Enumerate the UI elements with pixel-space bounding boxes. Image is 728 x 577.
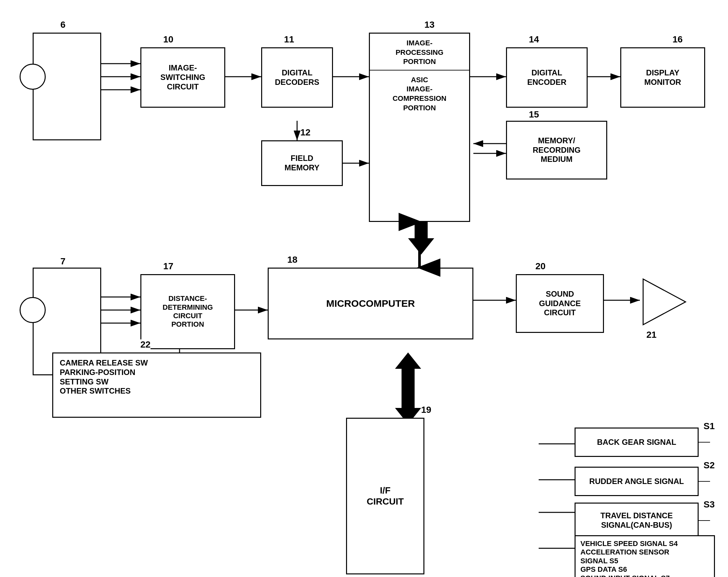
digital-encoder-block: DIGITAL ENCODER bbox=[506, 47, 588, 108]
field-memory-block: FIELD MEMORY bbox=[261, 140, 343, 186]
field-memory-label: FIELD MEMORY bbox=[284, 154, 319, 173]
travel-distance-block: TRAVEL DISTANCE SIGNAL(CAN-BUS) bbox=[575, 503, 699, 539]
label-s3: S3 bbox=[703, 499, 714, 510]
image-switching-circuit-block: IMAGE- SWITCHING CIRCUIT bbox=[140, 47, 225, 108]
if-circuit-block: I/F CIRCUIT bbox=[346, 418, 424, 574]
rudder-angle-label: RUDDER ANGLE SIGNAL bbox=[589, 477, 684, 486]
label-7: 7 bbox=[60, 256, 66, 267]
back-gear-label: BACK GEAR SIGNAL bbox=[597, 438, 676, 447]
sound-guidance-block: SOUND GUIDANCE CIRCUIT bbox=[516, 274, 604, 333]
if-circuit-label: I/F CIRCUIT bbox=[367, 485, 404, 507]
memory-recording-block: MEMORY/ RECORDING MEDIUM bbox=[506, 121, 607, 180]
svg-marker-17 bbox=[408, 238, 434, 255]
distance-determining-block: DISTANCE- DETERMINING CIRCUIT PORTION bbox=[140, 274, 235, 349]
label-11: 11 bbox=[284, 34, 294, 45]
label-22: 22 bbox=[140, 339, 151, 350]
camera-release-label: CAMERA RELEASE SW PARKING-POSITION SETTI… bbox=[60, 358, 148, 396]
label-17: 17 bbox=[163, 261, 173, 271]
label-13: 13 bbox=[424, 20, 435, 30]
label-16: 16 bbox=[673, 34, 683, 45]
image-processing-block: IMAGE-PROCESSINGPORTION ASICIMAGE-COMPRE… bbox=[369, 33, 470, 222]
label-s2: S2 bbox=[703, 460, 714, 471]
speaker-icon bbox=[640, 278, 689, 326]
distance-determining-label: DISTANCE- DETERMINING CIRCUIT PORTION bbox=[162, 294, 213, 329]
digital-decoders-block: DIGITAL DECODERS bbox=[261, 47, 333, 108]
memory-recording-label: MEMORY/ RECORDING MEDIUM bbox=[533, 136, 581, 164]
camera-release-block: CAMERA RELEASE SW PARKING-POSITION SETTI… bbox=[52, 352, 261, 418]
label-10: 10 bbox=[163, 34, 173, 45]
label-14: 14 bbox=[529, 34, 539, 45]
camera-6-lens bbox=[20, 63, 46, 90]
microcomputer-block: MICROCOMPUTER bbox=[268, 268, 473, 339]
diagram: 6 7 IMAGE- SWITCHING CIRCUIT 10 DIGITAL … bbox=[0, 0, 728, 577]
label-20: 20 bbox=[536, 261, 546, 271]
label-6: 6 bbox=[60, 20, 66, 30]
back-gear-block: BACK GEAR SIGNAL bbox=[575, 427, 699, 457]
camera-6-body bbox=[33, 33, 101, 140]
digital-encoder-label: DIGITAL ENCODER bbox=[527, 68, 566, 87]
camera-7-lens bbox=[20, 297, 46, 323]
label-12: 12 bbox=[300, 127, 310, 138]
label-15: 15 bbox=[529, 109, 539, 120]
label-18: 18 bbox=[287, 255, 297, 265]
label-s1: S1 bbox=[703, 421, 714, 431]
microcomputer-label: MICROCOMPUTER bbox=[326, 298, 415, 309]
svg-marker-32 bbox=[643, 279, 685, 325]
display-monitor-block: DISPLAY MONITOR bbox=[620, 47, 705, 108]
digital-decoders-label: DIGITAL DECODERS bbox=[275, 68, 319, 87]
sound-guidance-label: SOUND GUIDANCE CIRCUIT bbox=[539, 289, 581, 318]
label-21: 21 bbox=[646, 330, 656, 340]
label-19: 19 bbox=[421, 405, 431, 415]
rudder-angle-block: RUDDER ANGLE SIGNAL bbox=[575, 467, 699, 496]
svg-marker-26 bbox=[395, 352, 421, 369]
vehicle-speed-block: VEHICLE SPEED SIGNAL S4 ACCELERATION SEN… bbox=[575, 535, 715, 577]
travel-distance-label: TRAVEL DISTANCE SIGNAL(CAN-BUS) bbox=[600, 511, 673, 530]
display-monitor-label: DISPLAY MONITOR bbox=[644, 68, 681, 87]
vehicle-speed-label: VEHICLE SPEED SIGNAL S4 ACCELERATION SEN… bbox=[580, 540, 678, 577]
image-switching-label: IMAGE- SWITCHING CIRCUIT bbox=[160, 63, 205, 91]
svg-marker-25 bbox=[401, 369, 415, 408]
